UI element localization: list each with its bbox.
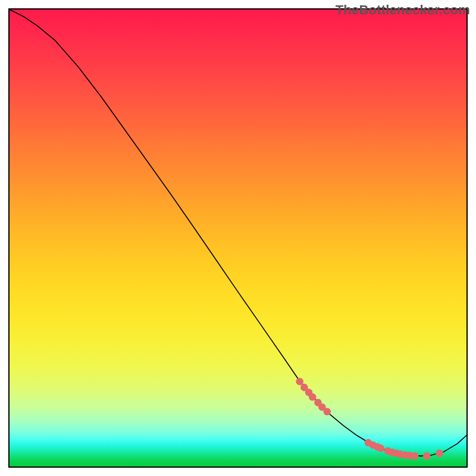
bottleneck-curve-line — [10, 10, 466, 456]
data-point — [323, 408, 331, 416]
data-point — [296, 378, 303, 386]
chart-overlay-svg — [10, 10, 466, 466]
highlighted-points-group — [296, 378, 443, 460]
watermark-text: TheBottlenecker.com — [336, 2, 470, 18]
data-point — [377, 444, 384, 452]
data-point — [423, 452, 431, 460]
data-point — [436, 449, 443, 457]
plot-area — [8, 8, 468, 468]
chart-frame: TheBottlenecker.com — [0, 0, 476, 476]
data-point — [309, 393, 317, 401]
data-point — [411, 452, 419, 460]
